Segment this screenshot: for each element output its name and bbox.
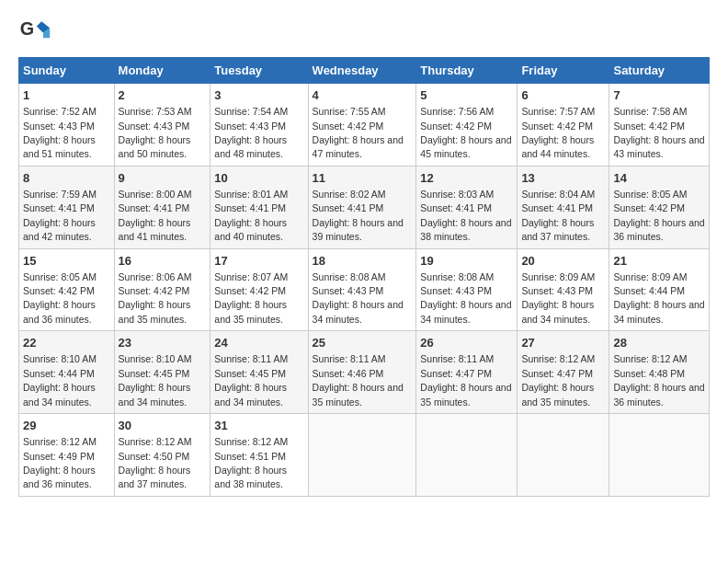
day-cell: 18Sunrise: 8:08 AMSunset: 4:43 PMDayligh…	[308, 248, 416, 331]
header-friday: Friday	[518, 58, 609, 84]
day-number: 6	[521, 87, 605, 104]
cell-sunrise: Sunrise: 8:11 AMSunset: 4:46 PMDaylight:…	[313, 353, 404, 407]
logo: G	[18, 15, 53, 48]
day-number: 31	[214, 418, 303, 434]
day-cell: 11Sunrise: 8:02 AMSunset: 4:41 PMDayligh…	[308, 166, 416, 248]
page: G SundayMondayTuesdayWednesdayThursdayFr…	[0, 0, 728, 563]
day-number: 22	[23, 335, 110, 351]
cell-sunrise: Sunrise: 8:04 AMSunset: 4:41 PMDaylight:…	[521, 189, 595, 242]
day-number: 17	[214, 253, 303, 270]
day-number: 26	[420, 335, 513, 351]
svg-text:G: G	[20, 18, 34, 39]
day-number: 27	[521, 335, 605, 351]
day-cell: 2Sunrise: 7:53 AMSunset: 4:43 PMDaylight…	[114, 84, 210, 167]
cell-sunrise: Sunrise: 8:07 AMSunset: 4:42 PMDaylight:…	[214, 271, 288, 325]
day-number: 25	[313, 335, 413, 351]
day-number: 5	[420, 87, 513, 104]
day-number: 16	[119, 253, 207, 270]
cell-sunrise: Sunrise: 8:12 AMSunset: 4:50 PMDaylight:…	[119, 436, 192, 489]
cell-sunrise: Sunrise: 8:06 AMSunset: 4:42 PMDaylight:…	[119, 271, 192, 325]
cell-sunrise: Sunrise: 8:03 AMSunset: 4:41 PMDaylight:…	[420, 189, 511, 242]
day-cell: 28Sunrise: 8:12 AMSunset: 4:48 PMDayligh…	[609, 331, 710, 414]
cell-sunrise: Sunrise: 8:05 AMSunset: 4:42 PMDaylight:…	[23, 271, 97, 325]
day-number: 24	[214, 335, 303, 351]
day-number: 14	[613, 170, 705, 187]
header-tuesday: Tuesday	[210, 58, 308, 84]
day-number: 7	[613, 87, 705, 104]
day-cell: 24Sunrise: 8:11 AMSunset: 4:45 PMDayligh…	[210, 331, 308, 414]
cell-sunrise: Sunrise: 8:12 AMSunset: 4:51 PMDaylight:…	[214, 436, 288, 489]
day-cell: 12Sunrise: 8:03 AMSunset: 4:41 PMDayligh…	[416, 166, 518, 248]
day-cell	[609, 414, 710, 497]
day-cell: 25Sunrise: 8:11 AMSunset: 4:46 PMDayligh…	[308, 331, 416, 414]
day-number: 21	[613, 253, 705, 270]
day-number: 11	[313, 170, 413, 187]
day-cell: 26Sunrise: 8:11 AMSunset: 4:47 PMDayligh…	[416, 331, 518, 414]
day-cell: 13Sunrise: 8:04 AMSunset: 4:41 PMDayligh…	[518, 166, 609, 248]
day-cell: 1Sunrise: 7:52 AMSunset: 4:43 PMDaylight…	[19, 84, 115, 167]
calendar-header-row: SundayMondayTuesdayWednesdayThursdayFrid…	[19, 58, 710, 84]
day-number: 28	[613, 335, 705, 351]
day-number: 30	[119, 418, 207, 434]
header-monday: Monday	[114, 58, 210, 84]
day-number: 13	[521, 170, 605, 187]
cell-sunrise: Sunrise: 8:10 AMSunset: 4:45 PMDaylight:…	[119, 353, 192, 407]
day-cell: 3Sunrise: 7:54 AMSunset: 4:43 PMDaylight…	[210, 84, 308, 167]
day-cell: 31Sunrise: 8:12 AMSunset: 4:51 PMDayligh…	[210, 414, 308, 497]
cell-sunrise: Sunrise: 8:12 AMSunset: 4:49 PMDaylight:…	[23, 436, 97, 489]
day-number: 15	[23, 253, 110, 270]
day-cell: 7Sunrise: 7:58 AMSunset: 4:42 PMDaylight…	[609, 84, 710, 167]
day-cell: 29Sunrise: 8:12 AMSunset: 4:49 PMDayligh…	[19, 414, 115, 497]
week-row-5: 29Sunrise: 8:12 AMSunset: 4:49 PMDayligh…	[19, 414, 710, 497]
day-cell: 4Sunrise: 7:55 AMSunset: 4:42 PMDaylight…	[308, 84, 416, 167]
cell-sunrise: Sunrise: 7:59 AMSunset: 4:41 PMDaylight:…	[23, 189, 97, 242]
day-cell: 5Sunrise: 7:56 AMSunset: 4:42 PMDaylight…	[416, 84, 518, 167]
cell-sunrise: Sunrise: 8:09 AMSunset: 4:43 PMDaylight:…	[521, 271, 595, 325]
day-cell: 8Sunrise: 7:59 AMSunset: 4:41 PMDaylight…	[19, 166, 115, 248]
cell-sunrise: Sunrise: 8:02 AMSunset: 4:41 PMDaylight:…	[313, 189, 404, 242]
week-row-1: 1Sunrise: 7:52 AMSunset: 4:43 PMDaylight…	[19, 84, 710, 167]
day-cell: 30Sunrise: 8:12 AMSunset: 4:50 PMDayligh…	[114, 414, 210, 497]
day-number: 3	[214, 87, 303, 104]
header: G	[18, 15, 710, 48]
week-row-3: 15Sunrise: 8:05 AMSunset: 4:42 PMDayligh…	[19, 248, 710, 331]
week-row-4: 22Sunrise: 8:10 AMSunset: 4:44 PMDayligh…	[19, 331, 710, 414]
day-cell: 9Sunrise: 8:00 AMSunset: 4:41 PMDaylight…	[114, 166, 210, 248]
header-wednesday: Wednesday	[308, 58, 416, 84]
cell-sunrise: Sunrise: 8:01 AMSunset: 4:41 PMDaylight:…	[214, 189, 288, 242]
day-cell: 16Sunrise: 8:06 AMSunset: 4:42 PMDayligh…	[114, 248, 210, 331]
cell-sunrise: Sunrise: 7:57 AMSunset: 4:42 PMDaylight:…	[521, 106, 595, 159]
day-cell: 23Sunrise: 8:10 AMSunset: 4:45 PMDayligh…	[114, 331, 210, 414]
cell-sunrise: Sunrise: 8:11 AMSunset: 4:47 PMDaylight:…	[420, 353, 511, 407]
day-cell: 6Sunrise: 7:57 AMSunset: 4:42 PMDaylight…	[518, 84, 609, 167]
cell-sunrise: Sunrise: 7:54 AMSunset: 4:43 PMDaylight:…	[214, 106, 288, 159]
day-number: 2	[119, 87, 207, 104]
day-cell: 21Sunrise: 8:09 AMSunset: 4:44 PMDayligh…	[609, 248, 710, 331]
day-number: 12	[420, 170, 513, 187]
day-cell	[308, 414, 416, 497]
day-cell	[416, 414, 518, 497]
day-cell: 14Sunrise: 8:05 AMSunset: 4:42 PMDayligh…	[609, 166, 710, 248]
cell-sunrise: Sunrise: 8:09 AMSunset: 4:44 PMDaylight:…	[613, 271, 704, 325]
cell-sunrise: Sunrise: 7:56 AMSunset: 4:42 PMDaylight:…	[420, 106, 511, 159]
day-number: 10	[214, 170, 303, 187]
day-number: 18	[313, 253, 413, 270]
cell-sunrise: Sunrise: 8:00 AMSunset: 4:41 PMDaylight:…	[119, 189, 192, 242]
cell-sunrise: Sunrise: 8:08 AMSunset: 4:43 PMDaylight:…	[313, 271, 404, 325]
logo-icon: G	[18, 15, 51, 48]
day-number: 29	[23, 418, 110, 434]
day-number: 23	[119, 335, 207, 351]
day-cell: 27Sunrise: 8:12 AMSunset: 4:47 PMDayligh…	[518, 331, 609, 414]
header-thursday: Thursday	[416, 58, 518, 84]
day-cell: 19Sunrise: 8:08 AMSunset: 4:43 PMDayligh…	[416, 248, 518, 331]
cell-sunrise: Sunrise: 8:05 AMSunset: 4:42 PMDaylight:…	[613, 189, 704, 242]
cell-sunrise: Sunrise: 7:55 AMSunset: 4:42 PMDaylight:…	[313, 106, 404, 159]
cell-sunrise: Sunrise: 8:11 AMSunset: 4:45 PMDaylight:…	[214, 353, 288, 407]
cell-sunrise: Sunrise: 7:52 AMSunset: 4:43 PMDaylight:…	[23, 106, 97, 159]
cell-sunrise: Sunrise: 8:12 AMSunset: 4:48 PMDaylight:…	[613, 353, 704, 407]
week-row-2: 8Sunrise: 7:59 AMSunset: 4:41 PMDaylight…	[19, 166, 710, 248]
cell-sunrise: Sunrise: 8:12 AMSunset: 4:47 PMDaylight:…	[521, 353, 595, 407]
cell-sunrise: Sunrise: 7:53 AMSunset: 4:43 PMDaylight:…	[119, 106, 192, 159]
day-cell: 20Sunrise: 8:09 AMSunset: 4:43 PMDayligh…	[518, 248, 609, 331]
day-number: 9	[119, 170, 207, 187]
